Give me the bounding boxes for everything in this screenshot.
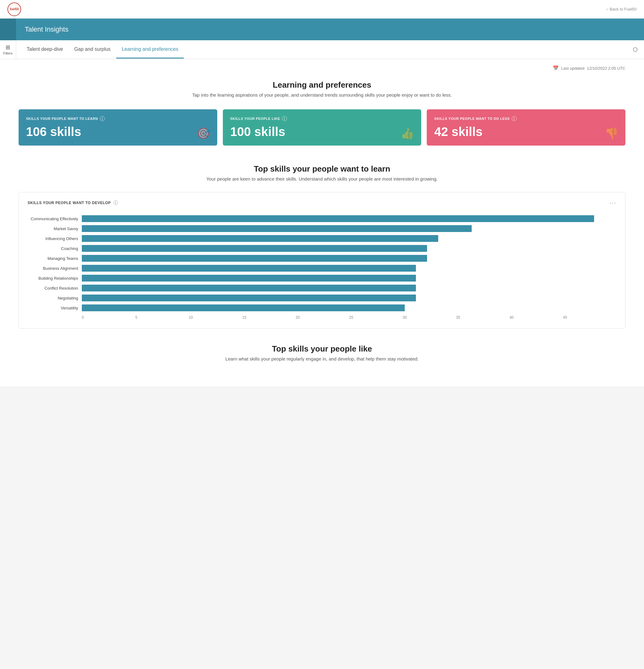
bar-fill <box>82 295 416 301</box>
bar-track <box>82 245 616 252</box>
top-skills-like-subtitle: Learn what skills your people regularly … <box>18 356 626 361</box>
bar-fill <box>82 304 405 311</box>
bar-row: Managing Teams <box>28 253 616 263</box>
stat-card-people-like-icon: 👍 <box>401 127 414 140</box>
bar-row: Conflict Resolution <box>28 283 616 293</box>
x-tick: 45 <box>563 315 617 319</box>
bar-label: Market Savvy <box>28 226 82 231</box>
bar-track <box>82 295 616 301</box>
bar-track <box>82 285 616 291</box>
back-label: Back to Fuel50 <box>610 7 636 12</box>
bar-label: Building Relationships <box>28 276 82 281</box>
bar-track <box>82 225 616 232</box>
bar-fill <box>82 255 427 262</box>
chart-title: SKILLS YOUR PEOPLE WANT TO DEVELOP i <box>28 200 118 205</box>
bar-row: Negotiating <box>28 293 616 303</box>
top-skills-like-title: Top skills your people like <box>18 344 626 354</box>
page-title: Talent Insights <box>16 18 77 40</box>
bar-label: Versatility <box>28 306 82 310</box>
calendar-icon: 📅 <box>553 65 559 71</box>
x-tick: 35 <box>456 315 510 319</box>
bar-track <box>82 304 616 311</box>
page-section-subtitle: Tap into the learning aspirations of you… <box>18 92 626 98</box>
x-tick: 15 <box>242 315 296 319</box>
stat-card-people-like-info-icon[interactable]: i <box>282 116 287 121</box>
x-tick: 5 <box>136 315 189 319</box>
skills-develop-chart-section: SKILLS YOUR PEOPLE WANT TO DEVELOP i ···… <box>18 192 626 329</box>
top-skills-learn-title: Top skills your people want to learn <box>18 164 626 174</box>
page-section-heading: Learning and preferences Tap into the le… <box>18 74 626 101</box>
export-button[interactable]: ⬡ <box>627 46 644 53</box>
x-tick: 0 <box>82 315 136 319</box>
bar-track <box>82 275 616 282</box>
bar-chart: Communicating EffectivelyMarket SavvyInf… <box>28 214 616 313</box>
bar-fill <box>82 245 427 252</box>
header-sidebar-spacer <box>0 18 16 40</box>
bar-row: Coaching <box>28 243 616 253</box>
stat-card-people-like: SKILLS YOUR PEOPLE LIKE i 100 skills 👍 <box>223 109 421 145</box>
stat-card-do-less-value: 42 skills <box>434 125 618 139</box>
bar-fill <box>82 225 472 232</box>
chart-info-icon[interactable]: i <box>113 200 118 205</box>
bar-label: Negotiating <box>28 296 82 300</box>
filters-label: Filters <box>3 52 13 55</box>
logo: fuel50 <box>8 2 21 16</box>
stat-card-do-less-label: SKILLS YOUR PEOPLE WANT TO DO LESS i <box>434 116 618 121</box>
chart-menu-button[interactable]: ··· <box>609 199 616 206</box>
stat-cards: SKILLS YOUR PEOPLE WANT TO LEARN i 106 s… <box>18 109 626 145</box>
bar-track <box>82 265 616 272</box>
filters-button[interactable]: ⊞ Filters <box>0 40 16 59</box>
tab-talent-deep-dive[interactable]: Talent deep-dive <box>21 41 69 59</box>
bar-fill <box>82 265 416 272</box>
bar-row: Business Alignment <box>28 263 616 273</box>
back-chevron-icon: ‹ <box>606 7 608 12</box>
main-content: 📅 Last updated 12/10/2022 2:05 UTC Learn… <box>0 59 644 386</box>
x-tick: 40 <box>509 315 563 319</box>
bar-label: Influencing Others <box>28 236 82 241</box>
bar-track <box>82 215 616 222</box>
bar-fill <box>82 215 594 222</box>
header-band: Talent Insights <box>0 18 644 40</box>
bar-row: Building Relationships <box>28 273 616 283</box>
bar-label: Conflict Resolution <box>28 286 82 290</box>
bar-label: Communicating Effectively <box>28 216 82 221</box>
stat-card-do-less-icon: 👎 <box>605 127 619 140</box>
x-tick: 10 <box>189 315 242 319</box>
top-skills-like-heading: Top skills your people like Learn what s… <box>18 329 626 368</box>
stat-card-do-less-info-icon[interactable]: i <box>512 116 517 121</box>
last-updated-bar: 📅 Last updated 12/10/2022 2:05 UTC <box>18 59 626 74</box>
chart-header: SKILLS YOUR PEOPLE WANT TO DEVELOP i ··· <box>28 199 616 206</box>
stat-card-do-less: SKILLS YOUR PEOPLE WANT TO DO LESS i 42 … <box>427 109 626 145</box>
stat-card-want-to-learn-info-icon[interactable]: i <box>100 116 105 121</box>
bar-track <box>82 235 616 242</box>
bar-fill <box>82 235 438 242</box>
nav-tabs: Talent deep-dive Gap and surplus Learnin… <box>16 41 627 59</box>
bar-fill <box>82 285 416 291</box>
x-tick: 25 <box>349 315 403 319</box>
bar-label: Managing Teams <box>28 256 82 261</box>
bar-row: Communicating Effectively <box>28 214 616 224</box>
x-tick: 20 <box>296 315 349 319</box>
bar-row: Market Savvy <box>28 224 616 233</box>
top-skills-learn-heading: Top skills your people want to learn You… <box>18 158 626 185</box>
top-skills-learn-subtitle: Your people are keen to advance their sk… <box>18 176 626 182</box>
last-updated-prefix: Last updated <box>561 66 585 71</box>
stat-card-want-to-learn-label: SKILLS YOUR PEOPLE WANT TO LEARN i <box>26 116 210 121</box>
bar-label: Business Alignment <box>28 266 82 271</box>
x-axis: 051015202530354045 <box>28 315 616 319</box>
stat-card-want-to-learn-value: 106 skills <box>26 125 210 139</box>
back-to-fuel50-link[interactable]: ‹ Back to Fuel50 <box>606 7 636 12</box>
top-bar: fuel50 ‹ Back to Fuel50 <box>0 0 644 18</box>
bar-row: Versatility <box>28 303 616 313</box>
bar-row: Influencing Others <box>28 233 616 243</box>
tab-learning-and-preferences[interactable]: Learning and preferences <box>116 41 184 59</box>
tab-gap-and-surplus[interactable]: Gap and surplus <box>69 41 116 59</box>
stat-card-people-like-value: 100 skills <box>230 125 414 139</box>
stat-card-want-to-learn-icon: 🎯 <box>196 127 210 140</box>
nav-bar: ⊞ Filters Talent deep-dive Gap and surpl… <box>0 40 644 59</box>
bar-fill <box>82 275 416 282</box>
bar-track <box>82 255 616 262</box>
stat-card-people-like-label: SKILLS YOUR PEOPLE LIKE i <box>230 116 414 121</box>
page-section-title: Learning and preferences <box>18 80 626 90</box>
bar-label: Coaching <box>28 246 82 251</box>
